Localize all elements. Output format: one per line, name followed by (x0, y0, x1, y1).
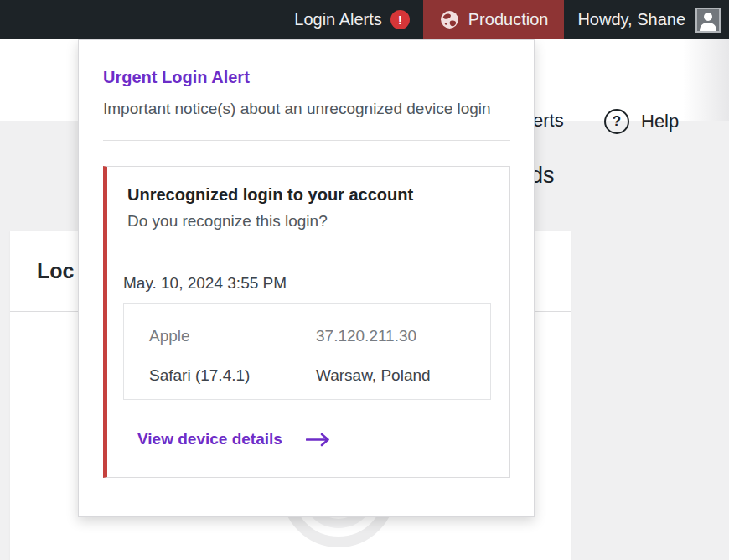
alert-title: Unrecognized login to your account (127, 185, 489, 205)
question-circle-icon: ? (604, 109, 629, 134)
login-alerts-label: Login Alerts (294, 10, 382, 29)
admin-bar: Login Alerts ! Production Howdy, Shane (0, 0, 729, 39)
avatar (695, 8, 721, 33)
environment-label: Production (468, 10, 549, 29)
alert-timestamp: May. 10, 2024 3:55 PM (123, 274, 489, 293)
device-location: Warsaw, Poland (316, 366, 490, 399)
device-summary-box: Apple 37.120.211.30 Safari (17.4.1) Wars… (123, 303, 491, 400)
device-vendor: Apple (149, 327, 316, 360)
admin-bar-login-alerts[interactable]: Login Alerts ! (281, 0, 423, 39)
locations-card-title-partial: Loc (37, 259, 74, 283)
globe-icon (439, 9, 460, 30)
howdy-label: Howdy, Shane (577, 10, 685, 29)
device-ip: 37.120.211.30 (316, 327, 490, 360)
popover-divider (103, 140, 510, 141)
admin-bar-environment[interactable]: Production (423, 0, 565, 39)
header-title-partial: erts (533, 110, 564, 132)
help-label: Help (641, 111, 679, 132)
popover-title: Urgent Login Alert (103, 68, 510, 87)
login-alert-popover: Urgent Login Alert Important notice(s) a… (78, 39, 535, 517)
alert-question: Do you recognize this login? (127, 212, 489, 231)
view-device-details-label: View device details (137, 430, 282, 449)
device-browser: Safari (17.4.1) (149, 366, 316, 399)
view-device-details-link[interactable]: View device details (137, 430, 489, 449)
help-button[interactable]: ? Help (604, 109, 679, 134)
unrecognized-login-alert: Unrecognized login to your account Do yo… (103, 166, 510, 478)
alert-count-badge-icon: ! (390, 10, 410, 29)
arrow-right-icon (306, 433, 330, 447)
popover-description: Important notice(s) about an unrecognize… (103, 98, 493, 120)
admin-bar-account-menu[interactable]: Howdy, Shane (564, 0, 729, 39)
header-edge-fade (683, 39, 729, 121)
